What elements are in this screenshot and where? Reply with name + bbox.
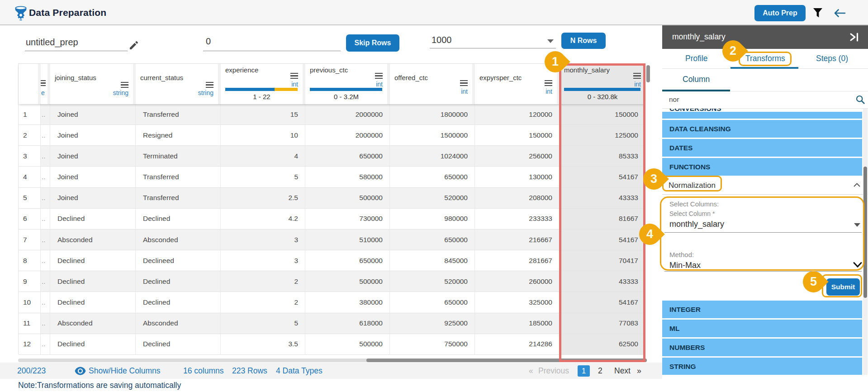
table-cell[interactable]: 2000000	[305, 125, 390, 146]
collapse-panel-icon[interactable]	[849, 32, 859, 42]
table-row[interactable]: 10..DeclinedDeclined23800006500003250005…	[19, 292, 645, 313]
chevron-up-icon[interactable]	[854, 183, 860, 187]
table-row[interactable]: 5..JoinedTransferred2.550000052000020800…	[19, 188, 645, 209]
edit-pencil-icon[interactable]	[128, 40, 139, 51]
table-cell[interactable]: 2	[221, 292, 305, 313]
column-menu-icon[interactable]	[633, 73, 641, 79]
table-cell[interactable]: 2.5	[221, 188, 305, 209]
table-cell[interactable]: Terminated	[136, 146, 221, 167]
table-cell[interactable]: 5	[19, 188, 41, 209]
transform-item-normalization[interactable]: Normalization	[662, 177, 868, 195]
table-cell[interactable]: 3	[19, 146, 41, 167]
table-cell[interactable]: ..	[41, 292, 50, 313]
table-cell[interactable]: Absconded	[136, 313, 221, 334]
table-cell[interactable]: 62500	[560, 334, 645, 355]
table-cell[interactable]: 500000	[305, 271, 390, 292]
category-item-functions[interactable]: FUNCTIONS	[662, 158, 862, 176]
table-cell[interactable]: ..	[41, 146, 50, 167]
next-arrow-icon[interactable]: »	[637, 366, 641, 376]
table-cell[interactable]: Declined	[50, 292, 136, 313]
table-cell[interactable]: ..	[41, 271, 50, 292]
table-cell[interactable]: 1500000	[390, 125, 475, 146]
method-chevron-down-icon[interactable]	[853, 262, 862, 268]
table-cell[interactable]: 9	[19, 271, 41, 292]
table-cell[interactable]: 120000	[475, 104, 560, 125]
table-cell[interactable]: 500000	[305, 334, 390, 355]
table-cell[interactable]: 54167	[560, 292, 645, 313]
table-cell[interactable]: Absconded	[136, 229, 221, 250]
show-hide-columns-button[interactable]: Show/Hide Columns	[89, 366, 161, 376]
table-cell[interactable]: 216667	[475, 229, 560, 250]
table-cell[interactable]: 130000	[475, 167, 560, 187]
table-cell[interactable]: ..	[41, 250, 50, 271]
table-cell[interactable]: 70417	[560, 250, 645, 271]
table-cell[interactable]: Joined	[50, 104, 136, 125]
n-rows-select[interactable]: 1000	[432, 35, 452, 45]
table-cell[interactable]: 77083	[560, 313, 645, 334]
table-row[interactable]: 12..DeclinedDeclined3.550000075000021428…	[19, 334, 645, 355]
table-cell[interactable]: 845000	[390, 250, 475, 271]
table-cell[interactable]: 54167	[560, 167, 645, 187]
filter-icon[interactable]	[813, 8, 823, 19]
table-cell[interactable]: 1024000	[390, 146, 475, 167]
search-input[interactable]: nor	[669, 96, 679, 104]
table-cell[interactable]: 650000	[390, 229, 475, 250]
table-cell[interactable]: 6	[19, 209, 41, 229]
table-cell[interactable]: Joined	[50, 167, 136, 187]
table-cell[interactable]: 150000	[560, 104, 645, 125]
table-cell[interactable]: 185000	[475, 313, 560, 334]
table-cell[interactable]: 520000	[390, 271, 475, 292]
table-cell[interactable]: ..	[41, 188, 50, 209]
table-cell[interactable]: 1800000	[390, 104, 475, 125]
table-cell[interactable]: 650000	[390, 167, 475, 187]
table-cell[interactable]: ..	[41, 209, 50, 229]
auto-prep-button[interactable]: Auto Prep	[754, 5, 806, 21]
table-cell[interactable]: ..	[41, 167, 50, 187]
table-cell[interactable]: Declined	[50, 250, 136, 271]
table-cell[interactable]: 54167	[560, 229, 645, 250]
table-cell[interactable]: Joined	[50, 125, 136, 146]
table-cell[interactable]: 3	[221, 229, 305, 250]
table-cell[interactable]: 380000	[305, 292, 390, 313]
table-cell[interactable]: 281667	[475, 250, 560, 271]
table-cell[interactable]: 925000	[390, 313, 475, 334]
table-row[interactable]: 3..JoinedTerminated465000010240002560008…	[19, 146, 645, 167]
table-cell[interactable]: Declined	[50, 209, 136, 229]
column-menu-icon[interactable]	[206, 82, 213, 88]
table-cell[interactable]: Resigned	[136, 125, 221, 146]
table-cell[interactable]: 4.2	[221, 209, 305, 229]
table-cell[interactable]: 4	[221, 146, 305, 167]
table-cell[interactable]: 2	[221, 271, 305, 292]
category-item-string[interactable]: STRING	[662, 358, 862, 375]
category-item-integer[interactable]: INTEGER	[662, 301, 862, 318]
table-cell[interactable]: ..	[41, 334, 50, 355]
table-row[interactable]: 1..JoinedTransferred15200000018000001200…	[19, 104, 645, 125]
category-item-data-cleansing[interactable]: DATA CLEANSING	[662, 120, 862, 138]
submit-button[interactable]: Submit	[826, 278, 860, 296]
subtab-column[interactable]: Column	[683, 75, 710, 84]
column-menu-icon[interactable]	[460, 80, 468, 86]
column-menu-icon[interactable]	[41, 80, 46, 86]
header-cell-monthly-salary[interactable]: monthly_salary int 0 - 320.8k	[560, 64, 645, 104]
table-cell[interactable]: 43333	[560, 271, 645, 292]
panel-scrollbar-thumb[interactable]	[863, 167, 867, 298]
header-cell-offered-ctc[interactable]: offered_ctc int	[390, 64, 475, 104]
table-row[interactable]: 11..AbscondedAbsconded561800092500018500…	[19, 313, 645, 334]
table-cell[interactable]: 650000	[390, 292, 475, 313]
table-cell[interactable]: 11	[19, 313, 41, 334]
table-cell[interactable]: 3.5	[221, 334, 305, 355]
table-cell[interactable]: 650000	[305, 250, 390, 271]
table-cell[interactable]: 650000	[305, 146, 390, 167]
method-select[interactable]: Min-Max	[669, 261, 701, 270]
table-cell[interactable]: 12	[19, 334, 41, 355]
skip-rows-button[interactable]: Skip Rows	[346, 34, 399, 52]
page-2-button[interactable]: 2	[598, 366, 602, 376]
column-select[interactable]: monthly_salary	[669, 220, 724, 229]
table-cell[interactable]: Declineed	[136, 250, 221, 271]
table-cell[interactable]: Transferred	[136, 167, 221, 187]
page-1-button[interactable]: 1	[578, 365, 590, 377]
table-vertical-scrollbar[interactable]	[646, 65, 650, 82]
table-horizontal-scrollbar[interactable]	[18, 359, 647, 362]
column-menu-icon[interactable]	[375, 73, 383, 79]
table-cell[interactable]: 81667	[560, 209, 645, 229]
